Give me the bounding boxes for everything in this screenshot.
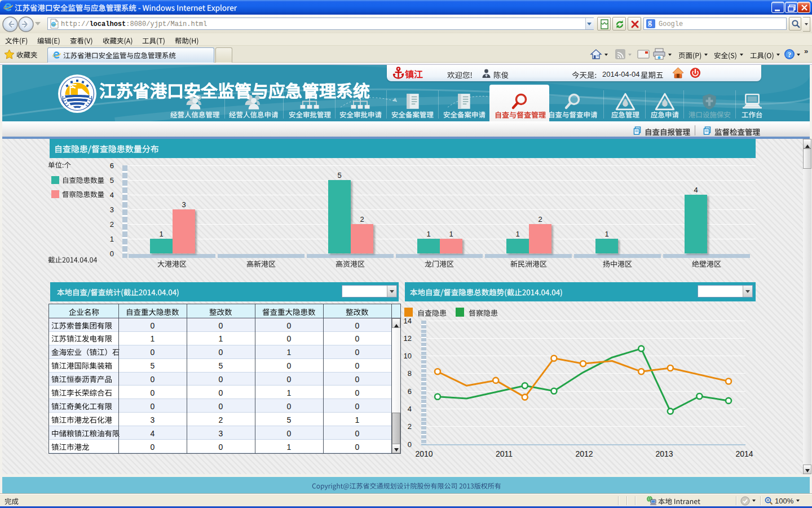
- svg-text:?: ?: [788, 50, 792, 59]
